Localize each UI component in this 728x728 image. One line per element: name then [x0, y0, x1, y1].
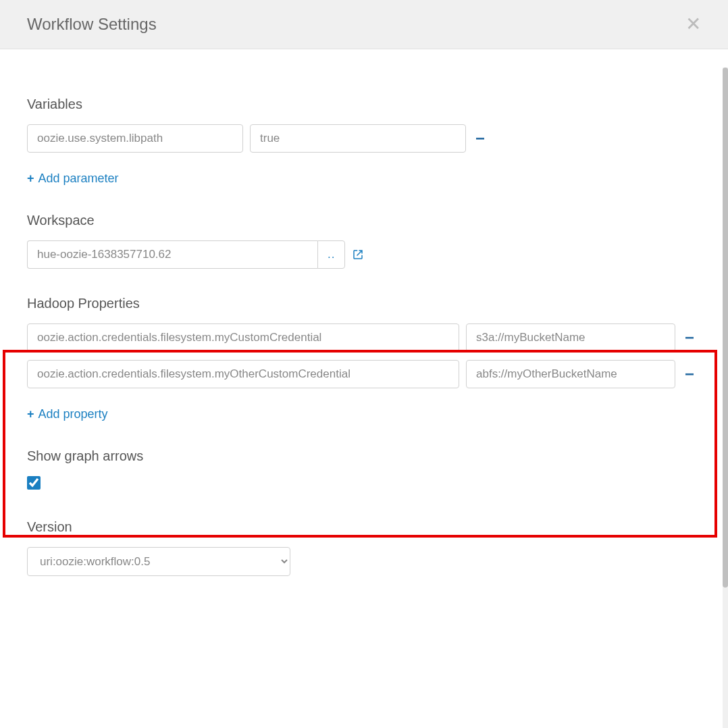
workspace-input[interactable] [27, 240, 317, 269]
plus-icon: + [27, 172, 34, 186]
workspace-label: Workspace [27, 213, 701, 228]
modal-header: Workflow Settings ✕ [0, 0, 728, 49]
property-key-input[interactable] [27, 360, 459, 388]
add-parameter-link[interactable]: + Add parameter [27, 172, 119, 186]
modal-title: Workflow Settings [27, 15, 157, 34]
graph-arrows-checkbox[interactable] [27, 476, 41, 490]
workflow-settings-modal: Workflow Settings ✕ Variables − + Add pa… [0, 0, 728, 728]
external-link-icon[interactable] [352, 249, 364, 261]
close-icon[interactable]: ✕ [685, 15, 701, 34]
property-value-input[interactable] [466, 323, 675, 352]
remove-icon[interactable]: − [682, 365, 697, 384]
property-value-input[interactable] [466, 360, 675, 388]
scrollbar-track[interactable] [723, 68, 728, 728]
version-section: Version uri:oozie:workflow:0.5 [27, 519, 701, 576]
hadoop-properties-section: Hadoop Properties − − + Add property [27, 296, 701, 421]
add-property-label: Add property [38, 407, 108, 421]
plus-icon: + [27, 407, 34, 421]
variables-section: Variables − + Add parameter [27, 97, 701, 186]
variable-row: − [27, 124, 701, 153]
workspace-row: .. [27, 240, 701, 269]
property-key-input[interactable] [27, 323, 459, 352]
graph-arrows-section: Show graph arrows [27, 448, 701, 492]
workspace-section: Workspace .. [27, 213, 701, 269]
add-parameter-label: Add parameter [38, 172, 119, 186]
version-label: Version [27, 519, 701, 535]
hadoop-label: Hadoop Properties [27, 296, 701, 311]
remove-icon[interactable]: − [473, 129, 488, 148]
property-row: − [27, 360, 701, 388]
graph-arrows-label: Show graph arrows [27, 448, 701, 464]
remove-icon[interactable]: − [682, 328, 697, 347]
variable-key-input[interactable] [27, 124, 243, 153]
property-row: − [27, 323, 701, 352]
add-property-link[interactable]: + Add property [27, 407, 108, 421]
browse-button[interactable]: .. [317, 240, 345, 269]
variable-value-input[interactable] [250, 124, 466, 153]
version-select[interactable]: uri:oozie:workflow:0.5 [27, 547, 290, 576]
scrollbar-thumb[interactable] [723, 68, 728, 588]
modal-body: Variables − + Add parameter Workspace .. [0, 49, 728, 728]
variables-label: Variables [27, 97, 701, 112]
